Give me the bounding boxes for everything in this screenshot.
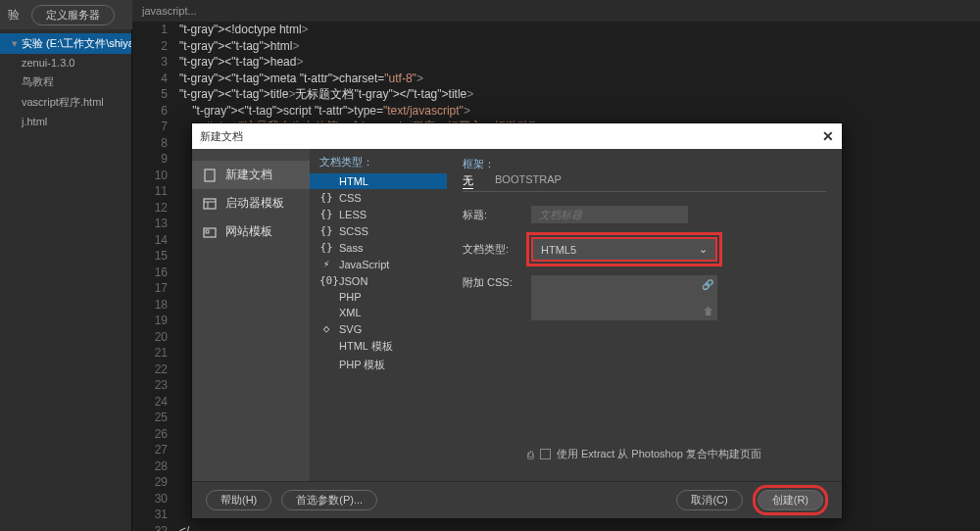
create-button-highlight: 创建(R) (753, 485, 828, 515)
editor-tab[interactable]: javascript... (132, 0, 980, 22)
category-site[interactable]: 网站模板 (192, 217, 310, 246)
doctype-label: 文档类型: (463, 242, 531, 257)
site-icon (202, 224, 218, 240)
doctype-select[interactable]: HTML5 ⌄ (531, 237, 717, 262)
tree-item[interactable]: ▾实验 (E:\工作文件\shiya) (0, 33, 131, 54)
framework-tab-none[interactable]: 无 (463, 173, 473, 188)
doctype-icon: {} (319, 241, 333, 254)
doctype-icon: {} (319, 224, 333, 237)
doctype-option[interactable]: {}SCSS (310, 222, 447, 239)
doctype-option[interactable]: PHP (310, 289, 447, 305)
tree-item[interactable]: j.html (0, 113, 131, 130)
category-file[interactable]: 新建文档 (192, 161, 310, 189)
dialog-title: 新建文档 (200, 129, 243, 144)
svg-rect-0 (205, 169, 215, 181)
doctype-option[interactable]: {0}JSON (310, 272, 447, 289)
help-button[interactable]: 帮助(H) (206, 490, 271, 510)
trash-icon[interactable]: 🗑 (704, 306, 713, 316)
doctype-option[interactable]: ⚡JavaScript (310, 256, 447, 272)
title-label: 标题: (463, 208, 531, 222)
toolbar-label: 验 (8, 7, 20, 24)
dialog-category-list: 新建文档启动器模板网站模板 (192, 149, 310, 481)
framework-tabs: 无 BOOTSTRAP (463, 173, 826, 192)
file-tree-sidebar: ▾实验 (E:\工作文件\shiya)zenui-1.3.0鸟教程vascrip… (0, 29, 132, 531)
doctype-option[interactable]: HTML 模板 (310, 337, 447, 356)
photoshop-icon: ⎙ (527, 449, 534, 460)
dialog-form-panel: 框架： 无 BOOTSTRAP 标题: 文档类型: HTML5 ⌄ 附加 CSS… (447, 149, 842, 481)
doctype-value: HTML5 (541, 244, 576, 256)
dialog-footer: 帮助(H) 首选参数(P)... 取消(C) 创建(R) (192, 481, 842, 518)
tree-item[interactable]: zenui-1.3.0 (0, 54, 131, 72)
extract-option[interactable]: ⎙ 使用 Extract 从 Photoshop 复合中构建页面 (463, 435, 826, 473)
svg-rect-1 (204, 199, 216, 209)
extract-checkbox[interactable] (540, 449, 551, 459)
doctype-option[interactable]: {}LESS (310, 206, 447, 222)
doctype-icon: {0} (319, 274, 333, 287)
doc-type-heading: 文档类型： (310, 155, 447, 173)
css-label: 附加 CSS: (463, 275, 531, 290)
tree-item[interactable]: 鸟教程 (0, 72, 131, 92)
template-icon (202, 196, 218, 212)
line-gutter: 1234567891011121314151617181920212223242… (132, 22, 173, 531)
tree-item[interactable]: vascript程序.html (0, 92, 131, 113)
title-input[interactable] (531, 206, 688, 223)
prefs-button[interactable]: 首选参数(P)... (281, 490, 377, 510)
attach-css-box[interactable]: 🔗 🗑 (531, 275, 717, 320)
doctype-icon: ⚡ (319, 258, 333, 270)
doctype-option[interactable]: {}CSS (310, 189, 447, 206)
new-document-dialog: 新建文档 ✕ 新建文档启动器模板网站模板 文档类型： HTML{}CSS{}LE… (191, 122, 843, 519)
doc-type-list: 文档类型： HTML{}CSS{}LESS{}SCSS{}Sass⚡JavaSc… (310, 149, 447, 481)
file-icon (202, 168, 218, 183)
doctype-option[interactable]: HTML (310, 173, 447, 189)
framework-tab-bootstrap[interactable]: BOOTSTRAP (495, 173, 562, 188)
doctype-option[interactable]: {}Sass (310, 239, 447, 256)
chevron-down-icon: ⌄ (699, 243, 708, 256)
doctype-icon: {} (319, 208, 333, 220)
doctype-icon: {} (319, 191, 333, 204)
framework-heading: 框架： (463, 157, 826, 171)
define-server-button[interactable]: 定义服务器 (31, 5, 115, 25)
extract-label: 使用 Extract 从 Photoshop 复合中构建页面 (557, 447, 761, 461)
link-icon[interactable]: 🔗 (702, 279, 713, 290)
doctype-option[interactable]: ◇SVG (310, 320, 447, 337)
cancel-button[interactable]: 取消(C) (676, 490, 742, 510)
doctype-option[interactable]: XML (310, 305, 447, 320)
svg-rect-5 (206, 230, 209, 233)
create-button[interactable]: 创建(R) (758, 490, 823, 510)
close-icon[interactable]: ✕ (822, 128, 834, 144)
doctype-icon: ◇ (319, 322, 333, 335)
category-template[interactable]: 启动器模板 (192, 189, 310, 217)
dialog-titlebar[interactable]: 新建文档 ✕ (192, 123, 842, 149)
doctype-option[interactable]: PHP 模板 (310, 356, 447, 374)
